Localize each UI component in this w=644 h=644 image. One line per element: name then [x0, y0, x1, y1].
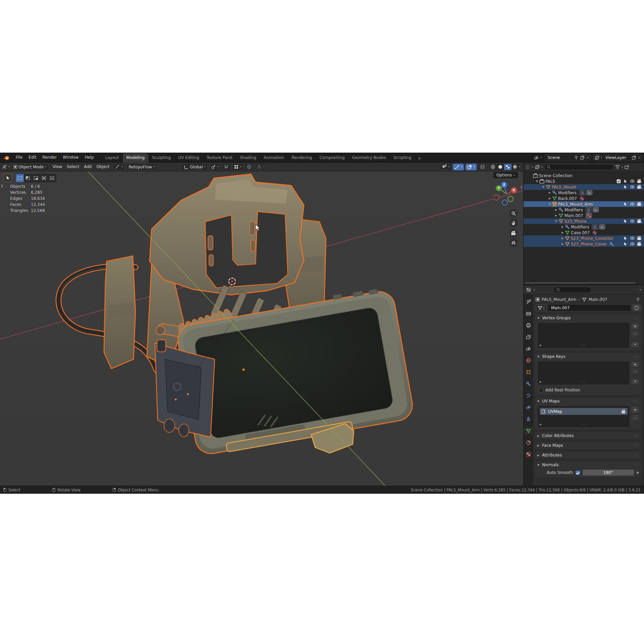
hide-viewport-eye-icon[interactable]: [630, 241, 635, 246]
panel-header-color-attributes[interactable]: ▶Color Attributes::::: [535, 432, 641, 439]
proportional-editing-toggle[interactable]: [245, 164, 253, 170]
disclosure-closed-icon[interactable]: ▶: [560, 243, 565, 246]
hide-viewport-eye-icon[interactable]: [630, 202, 635, 206]
grip-dots[interactable]: ::::: [634, 464, 639, 467]
filter-chevron[interactable]: ▾: [622, 166, 623, 168]
outliner-row-modifiers[interactable]: ▶Modifiers: [524, 224, 644, 230]
shape-keys-list[interactable]: ▶::::: [538, 362, 629, 384]
outliner-scrollbar[interactable]: [525, 282, 636, 283]
hide-viewport-eye-icon[interactable]: [630, 236, 635, 240]
hide-render-camera-icon[interactable]: [637, 179, 642, 183]
scene-selector[interactable]: Scene ✕: [544, 154, 591, 161]
panel-header-attributes[interactable]: ▶Attributes::::: [535, 451, 641, 459]
hide-viewport-eye-icon[interactable]: [630, 184, 635, 189]
hide-viewport-eye-icon[interactable]: [630, 179, 635, 183]
select-intersect-mode[interactable]: [48, 174, 56, 182]
shape-key-add-button[interactable]: +: [631, 362, 639, 367]
properties-tab-constraints[interactable]: [524, 415, 533, 423]
object-type-visibility[interactable]: ▾: [440, 164, 451, 170]
snap-target-selector[interactable]: ▾: [232, 164, 243, 170]
selectable-icon[interactable]: [623, 219, 628, 223]
modifier-display-toggle[interactable]: [579, 190, 585, 195]
options-button[interactable]: Options ▾: [493, 172, 518, 178]
snap-toggle[interactable]: [222, 164, 230, 170]
vertex-group-add-button[interactable]: +: [631, 323, 639, 329]
active-render-camera-icon[interactable]: [621, 409, 626, 414]
disclosure-open-icon[interactable]: ▼: [554, 220, 558, 223]
disclosure-closed-icon[interactable]: ▶: [560, 231, 565, 234]
shape-key-remove-button[interactable]: −: [631, 368, 639, 374]
pin-icon[interactable]: [636, 297, 640, 302]
outliner-row-modifiers[interactable]: ▶Modifiers: [524, 190, 644, 196]
menu-file[interactable]: File: [13, 153, 25, 162]
workspace-tab-texture-paint[interactable]: Texture Paint: [203, 153, 236, 163]
hide-render-camera-icon[interactable]: [637, 241, 642, 246]
new-collection-icon[interactable]: [625, 165, 629, 169]
outliner-row-s23-phone-conector[interactable]: ▶S23_Phone_Conector: [524, 235, 644, 241]
properties-tab-texture[interactable]: [524, 450, 533, 458]
pan-view-button[interactable]: [509, 219, 518, 227]
modifier-wrench-icon[interactable]: [609, 242, 614, 247]
properties-editor-icon[interactable]: [526, 287, 531, 292]
shading-solid[interactable]: [497, 164, 504, 170]
transform-orientation[interactable]: Global ▾: [181, 164, 208, 170]
grip-dots[interactable]: ::::: [634, 317, 639, 320]
hide-render-camera-icon[interactable]: [637, 202, 642, 206]
outliner-row-pals-mount-arm[interactable]: ▼PALS_Mount_Arm: [524, 201, 644, 207]
disclosure-open-icon[interactable]: ▼: [535, 180, 539, 183]
uv-map-remove-button[interactable]: −: [631, 414, 639, 421]
grip-dots[interactable]: ::::: [634, 454, 639, 457]
editor-type-chevron[interactable]: ▾: [8, 166, 10, 168]
outliner-row-pals[interactable]: ▼PALS: [524, 178, 644, 184]
selectable-icon[interactable]: [623, 236, 628, 240]
properties-search-input[interactable]: [554, 287, 591, 293]
properties-tab-physics[interactable]: [524, 404, 533, 411]
selectable-icon[interactable]: [623, 179, 628, 183]
select-subtract-mode[interactable]: [32, 174, 40, 182]
breadcrumb-object[interactable]: PALS_Mount_Arm: [542, 297, 576, 302]
properties-tab-particles[interactable]: [524, 392, 533, 399]
pin-icon[interactable]: [574, 155, 579, 160]
region-collapse-arrow[interactable]: ❮: [520, 185, 523, 189]
select-extend-mode[interactable]: [24, 174, 32, 182]
material-icon-active[interactable]: [586, 213, 592, 218]
shading-rendered[interactable]: [512, 164, 519, 170]
animate-property-dot[interactable]: [637, 472, 639, 474]
retopoflow-menu[interactable]: RetopoFlow ▾: [126, 164, 157, 170]
disclosure-open-icon[interactable]: ▼: [541, 185, 545, 189]
workspace-tab-shading[interactable]: Shading: [236, 153, 260, 163]
modifier-display-toggle[interactable]: [592, 224, 598, 229]
add-rest-position-checkbox[interactable]: [539, 388, 543, 392]
outliner-row-scene-collection[interactable]: Scene Collection: [524, 173, 644, 178]
collection-checkbox[interactable]: [616, 179, 621, 183]
add-workspace-button[interactable]: +: [415, 154, 424, 163]
workspace-tab-rendering[interactable]: Rendering: [288, 153, 316, 163]
disclosure-closed-icon[interactable]: ▶: [554, 214, 558, 217]
grip-dots[interactable]: ::::: [634, 444, 639, 447]
properties-tab-modifier[interactable]: [524, 380, 533, 387]
shape-key-specials-button[interactable]: ▾: [631, 379, 639, 384]
menu-window[interactable]: Window: [60, 153, 82, 162]
breadcrumb-data[interactable]: Main.007: [589, 297, 607, 302]
properties-tab-output[interactable]: [524, 321, 533, 329]
new-scene-icon[interactable]: [580, 155, 585, 160]
modifier-edit-toggle[interactable]: [593, 207, 599, 212]
viewport-menu-object[interactable]: Object: [94, 163, 112, 171]
workspace-tab-compositing[interactable]: Compositing: [316, 153, 348, 163]
datablock-name-field[interactable]: Main.007: [548, 304, 631, 311]
outliner-row-s23-phone-cover[interactable]: ▶S23_Phone_Cover: [524, 241, 644, 247]
properties-tab-tool[interactable]: [524, 298, 533, 305]
gizmo-y-neg[interactable]: [508, 196, 513, 202]
disclosure-closed-icon[interactable]: ▶: [554, 208, 558, 211]
material-icon[interactable]: [580, 196, 584, 201]
disclosure-closed-icon[interactable]: ▶: [560, 225, 565, 228]
modifier-edit-toggle[interactable]: [599, 224, 605, 229]
properties-tab-world[interactable]: [524, 357, 533, 364]
proportional-falloff-selector[interactable]: ▾: [255, 164, 266, 170]
hide-render-camera-icon[interactable]: [637, 236, 642, 240]
workspace-tab-layout[interactable]: Layout: [102, 153, 123, 163]
modifier-display-toggle[interactable]: [586, 207, 592, 212]
mode-transfer-button[interactable]: ▾: [113, 164, 125, 170]
viewlayer-name[interactable]: ViewLayer: [603, 155, 630, 160]
grip-dots[interactable]: ::::: [634, 355, 639, 358]
